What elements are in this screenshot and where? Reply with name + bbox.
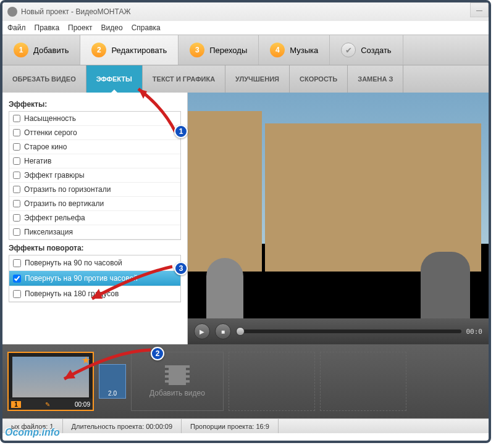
titlebar: Новый проект - ВидеоМОНТАЖ — [2,2,489,21]
pencil-icon[interactable]: ✎ [45,401,50,408]
step-1-icon: 1 [14,43,28,57]
stop-button[interactable]: ■ [215,323,231,339]
empty-slot[interactable] [320,352,406,411]
effect-checkbox[interactable] [13,228,20,236]
effect-checkbox[interactable] [13,186,20,193]
minimize-button[interactable]: — [470,2,489,17]
effect-label: Насыщенность [24,114,76,123]
menubar: Файл Правка Проект Видео Справка [2,21,489,35]
tab-transitions[interactable]: 3 Переходы [179,35,259,65]
subtab-enhance[interactable]: УЛУЧШЕНИЯ [225,65,290,93]
watermark: Ocomp.info [5,427,60,438]
effect-label: Эффект рельефа [24,214,85,222]
effect-item[interactable]: Пикселизация [9,225,180,239]
tab-transitions-label: Переходы [209,46,247,55]
effect-checkbox[interactable] [13,157,20,165]
statusbar: ых файлов: 1 Длительность проекта: 00:00… [2,418,489,433]
step-2-icon: 2 [91,43,106,57]
main-tabs: 1 Добавить 2 Редактировать 3 Переходы 4 … [2,35,489,65]
play-button[interactable]: ▶ [194,323,210,339]
app-icon [7,7,17,17]
effect-label: Отразить по горизонтали [24,185,111,194]
rotation-list[interactable]: Повернуть на 90 по часовойПовернуть на 9… [9,255,181,302]
effect-item[interactable]: Негатив [9,154,180,168]
subtab-text[interactable]: ТЕКСТ И ГРАФИКА [143,65,225,93]
tab-add[interactable]: 1 Добавить [2,35,80,65]
effect-checkbox[interactable] [13,129,20,136]
subtab-replace[interactable]: ЗАМЕНА З [348,65,403,93]
badge-3: 3 [174,262,188,275]
tab-music[interactable]: 4 Музыка [259,35,330,65]
effect-checkbox[interactable] [13,172,20,179]
star-icon: ★ [82,354,90,366]
effect-label: Негатив [24,157,51,165]
video-preview [188,93,489,344]
tab-edit-label: Редактировать [111,46,167,55]
effect-label: Отразить по вертикали [24,199,104,208]
effect-item[interactable]: Эффект гравюры [9,168,180,183]
effect-checkbox[interactable] [13,115,20,122]
clip-index: 1 [11,401,21,408]
status-ratio: Пропорции проекта: 16:9 [182,419,279,433]
subtab-crop[interactable]: ОБРЕЗАТЬ ВИДЕО [2,65,86,93]
subtab-speed[interactable]: СКОРОСТЬ [290,65,348,93]
rotation-heading: Эффекты поворота: [9,244,181,252]
badge-2: 2 [151,347,164,360]
menu-video[interactable]: Видео [101,23,123,32]
rotation-checkbox[interactable] [13,259,21,267]
transition-duration: 2.0 [108,390,117,397]
effect-checkbox[interactable] [13,200,20,207]
menu-project[interactable]: Проект [68,23,93,32]
player-controls: ▶ ■ 00:0 [188,318,489,344]
rotation-label: Повернуть на 180 градусов [25,289,119,298]
transition-slot[interactable]: 2.0 [99,364,126,399]
rotation-label: Повернуть на 90 против часовой [25,274,138,283]
window-title: Новый проект - ВидеоМОНТАЖ [21,7,131,16]
film-icon [165,365,190,385]
effect-item[interactable]: Старое кино [9,140,180,154]
rotation-item[interactable]: Повернуть на 90 против часовой [9,271,180,286]
effect-item[interactable]: Эффект рельефа [9,211,180,225]
effect-checkbox[interactable] [13,214,20,222]
add-video-label: Добавить видео [149,389,205,397]
effects-list[interactable]: НасыщенностьОттенки серогоСтарое киноНег… [9,111,181,240]
tab-create-label: Создать [361,46,391,55]
video-area: ▶ ■ 00:0 [188,93,489,344]
effect-item[interactable]: Оттенки серого [9,126,180,140]
rotation-checkbox[interactable] [13,275,21,283]
effect-label: Оттенки серого [24,128,77,137]
clip-thumbnail [12,357,89,397]
rotation-item[interactable]: Повернуть на 180 градусов [9,286,180,302]
menu-edit[interactable]: Правка [35,23,60,32]
seek-slider[interactable] [236,330,461,333]
tab-edit[interactable]: 2 Редактировать [80,35,179,65]
seek-thumb[interactable] [236,327,245,336]
effect-checkbox[interactable] [13,143,20,151]
check-icon: ✔ [341,43,356,57]
clip-duration: 00:09 [75,401,90,408]
effect-item[interactable]: Отразить по горизонтали [9,183,180,197]
menu-help[interactable]: Справка [132,23,161,32]
effects-panel: Эффекты: НасыщенностьОттенки серогоСтаро… [2,93,188,344]
add-video-slot[interactable]: Добавить видео [131,352,224,411]
timeline-clip[interactable]: ★ 1 ✎ 00:09 [7,352,94,411]
tab-create[interactable]: ✔ Создать [330,35,403,65]
rotation-label: Повернуть на 90 по часовой [25,259,122,267]
effect-label: Пикселизация [24,228,73,236]
timeline[interactable]: ★ 1 ✎ 00:09 2.0 Добавить видео [2,344,489,418]
rotation-item[interactable]: Повернуть на 90 по часовой [9,255,180,271]
badge-1: 1 [174,125,188,138]
empty-slot[interactable] [229,352,315,411]
effects-heading: Эффекты: [9,100,181,109]
menu-file[interactable]: Файл [7,23,26,32]
effect-item[interactable]: Насыщенность [9,112,180,126]
tab-music-label: Музыка [290,46,318,55]
effect-label: Старое кино [24,143,67,151]
sub-tabs: ОБРЕЗАТЬ ВИДЕО ЭФФЕКТЫ ТЕКСТ И ГРАФИКА У… [2,65,489,93]
status-duration: Длительность проекта: 00:00:09 [63,419,182,433]
effect-item[interactable]: Отразить по вертикали [9,197,180,211]
step-3-icon: 3 [190,43,204,57]
subtab-effects[interactable]: ЭФФЕКТЫ [86,65,143,93]
rotation-checkbox[interactable] [13,290,21,298]
step-4-icon: 4 [270,43,285,57]
